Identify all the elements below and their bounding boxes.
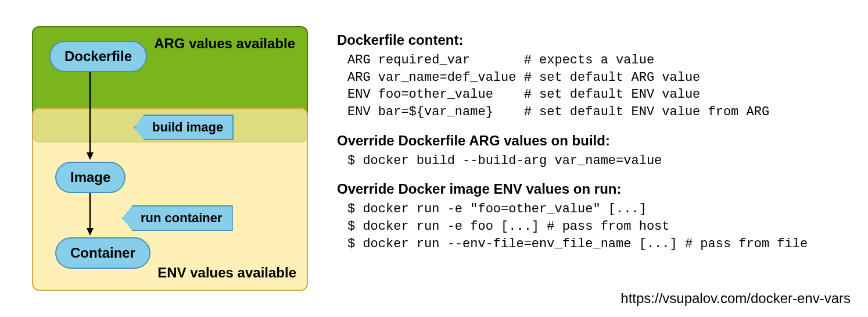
image-node: Image bbox=[55, 162, 125, 193]
override-arg-heading: Override Dockerfile ARG values on build: bbox=[337, 133, 848, 149]
arrow-image-to-container bbox=[81, 192, 99, 238]
svg-marker-3 bbox=[87, 228, 94, 236]
override-arg-code: $ docker build --build-arg var_name=valu… bbox=[347, 152, 848, 170]
env-scope-label: ENV values available bbox=[157, 265, 296, 281]
override-env-code: $ docker run -e "foo=other_value" [...] … bbox=[347, 201, 848, 252]
source-url: https://vsupalov.com/docker-env-vars bbox=[620, 290, 851, 307]
dockerfile-content-code: ARG required_var # expects a value ARG v… bbox=[347, 52, 848, 121]
arg-scope-label: ARG values available bbox=[154, 35, 295, 52]
run-container-tag: run container bbox=[122, 205, 233, 231]
build-image-tag: build image bbox=[134, 115, 234, 140]
override-env-heading: Override Docker image ENV values on run: bbox=[337, 181, 848, 197]
svg-marker-1 bbox=[87, 152, 94, 160]
dockerfile-node: Dockerfile bbox=[49, 41, 147, 72]
arrow-dockerfile-to-image bbox=[81, 70, 99, 163]
dockerfile-content-heading: Dockerfile content: bbox=[337, 32, 848, 48]
explanation-text: Dockerfile content: ARG required_var # e… bbox=[337, 32, 848, 259]
container-node: Container bbox=[55, 237, 150, 269]
diagram: ARG values available ENV values availabl… bbox=[32, 26, 311, 288]
